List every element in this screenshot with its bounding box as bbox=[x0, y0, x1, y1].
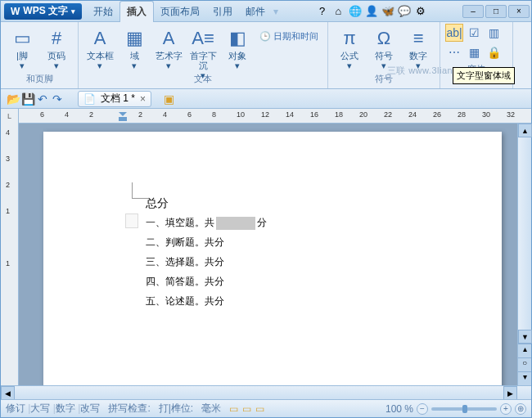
app-menu-drop-icon[interactable]: ▾ bbox=[71, 7, 75, 16]
app-badge[interactable]: W WPS 文字 ▾ bbox=[4, 3, 82, 20]
close-tab-icon[interactable]: × bbox=[140, 93, 146, 105]
ruler-tick: 22 bbox=[384, 110, 392, 119]
page-view-icon[interactable]: ▭ bbox=[229, 403, 242, 415]
document-tab[interactable]: 📄 文档 1 * × bbox=[78, 91, 151, 107]
textbox-button[interactable]: A文本框▾ bbox=[83, 24, 116, 71]
menu-tab-插入[interactable]: 插入 bbox=[119, 1, 154, 22]
pagenum-button[interactable]: #页码▾ bbox=[40, 24, 73, 71]
butterfly-icon[interactable]: 🦋 bbox=[381, 5, 394, 18]
scroll-up-button[interactable]: ▲ bbox=[518, 124, 532, 137]
horizontal-ruler[interactable]: L 6422468101214161820222426283032 bbox=[1, 109, 531, 124]
field-button[interactable]: ▦域▾ bbox=[118, 24, 151, 71]
page[interactable]: 总分一、填空题。共分二、判断题。共分三、选择题。共分四、简答题。共分五、论述题。… bbox=[43, 132, 502, 385]
vertical-ruler[interactable]: 43211 bbox=[1, 124, 19, 385]
scroll-track-h[interactable] bbox=[15, 386, 503, 399]
zoom-in-button[interactable]: + bbox=[500, 403, 512, 415]
text-line[interactable]: 一、填空题。共分 bbox=[146, 213, 267, 232]
symbol-button[interactable]: Ω符号▾ bbox=[367, 24, 400, 71]
group-title: 和页脚 bbox=[26, 73, 53, 85]
field-icon: ▦ bbox=[123, 28, 146, 49]
home-icon[interactable]: ⌂ bbox=[332, 5, 345, 18]
form-options-button[interactable]: ⋯ bbox=[445, 43, 463, 61]
ruler-tick: 28 bbox=[458, 110, 466, 119]
text-form-field-button[interactable]: ab| bbox=[445, 24, 463, 42]
zoom-fit-button[interactable]: ⊕ bbox=[515, 403, 526, 415]
web-view-icon[interactable]: ▭ bbox=[255, 403, 268, 415]
next-page-button[interactable]: ▾ bbox=[518, 371, 531, 385]
svg-marker-0 bbox=[119, 112, 127, 116]
group-title: 文本 bbox=[194, 73, 212, 85]
menu-tab-开始[interactable]: 开始 bbox=[87, 2, 119, 22]
document-viewport[interactable]: 总分一、填空题。共分二、判断题。共分三、选择题。共分四、简答题。共分五、论述题。… bbox=[19, 124, 517, 385]
status-bar: 修订 |大写 |数字 |改写 拼写检查: 打|榫位: 毫米 ▭▭▭ 100 % … bbox=[1, 399, 531, 417]
spellcheck-label[interactable]: 拼写检查: bbox=[108, 402, 150, 416]
number-button[interactable]: ≡数字▾ bbox=[402, 24, 435, 71]
scroll-down-button[interactable]: ▼ bbox=[518, 330, 532, 344]
app-name: WPS 文字 bbox=[23, 4, 68, 18]
lock-form-button[interactable]: 🔒 bbox=[485, 43, 503, 61]
ruler-tick: 24 bbox=[408, 110, 417, 119]
scroll-right-button[interactable]: ▶ bbox=[503, 386, 517, 400]
datetime-button[interactable]: 🕒 日期和时间 bbox=[255, 27, 322, 45]
checkbox-form-button[interactable]: ☑ bbox=[465, 24, 483, 42]
redo-icon[interactable]: ↷ bbox=[50, 92, 65, 106]
prev-page-button[interactable]: ▴ bbox=[518, 344, 531, 357]
unit-label[interactable]: 毫米 bbox=[201, 402, 221, 416]
scroll-track[interactable] bbox=[518, 137, 531, 330]
status-数字[interactable]: 数字 bbox=[56, 402, 75, 414]
app-icon: W bbox=[11, 6, 20, 17]
ruler-tick: 20 bbox=[359, 110, 367, 119]
vertical-scrollbar[interactable]: ▲ ▼ ▴ ○ ▾ bbox=[517, 124, 531, 385]
close-button[interactable]: × bbox=[508, 5, 530, 18]
chat-icon[interactable]: 💬 bbox=[398, 5, 411, 18]
form-field[interactable] bbox=[216, 217, 255, 230]
browse-object-button[interactable]: ○ bbox=[518, 357, 531, 371]
zoom-value[interactable]: 100 % bbox=[385, 403, 413, 415]
ruler-tick: 1 bbox=[6, 207, 10, 215]
globe-icon[interactable]: 🌐 bbox=[349, 5, 362, 18]
footer-button[interactable]: ▭|脚▾ bbox=[6, 24, 38, 71]
text-line[interactable]: 三、选择题。共分 bbox=[146, 252, 267, 272]
tab-overflow-icon[interactable]: ▾ bbox=[273, 6, 278, 17]
ruler-tick: 10 bbox=[237, 110, 245, 119]
scroll-left-button[interactable]: ◀ bbox=[1, 386, 15, 400]
dropcap-button[interactable]: A≡首字下沉▾ bbox=[187, 24, 219, 71]
text-line[interactable]: 二、判断题。共分 bbox=[146, 232, 267, 252]
document-content[interactable]: 总分一、填空题。共分二、判断题。共分三、选择题。共分四、简答题。共分五、论述题。… bbox=[146, 193, 267, 311]
new-tab-button[interactable]: ▣ bbox=[161, 92, 176, 106]
object-button[interactable]: ◧对象▾ bbox=[221, 24, 254, 71]
menu-tab-邮件[interactable]: 邮件 bbox=[239, 2, 272, 22]
help-icon[interactable]: ? bbox=[316, 5, 329, 18]
user-icon[interactable]: 👤 bbox=[365, 5, 378, 18]
text-line[interactable]: 四、简答题。共分 bbox=[146, 272, 267, 291]
ribbon: 三联 www.3lian.com ▭|脚▾#页码▾和页脚A文本框▾▦域▾A艺术字… bbox=[1, 22, 531, 89]
text-line[interactable]: 总分 bbox=[146, 193, 267, 213]
indent-marker-icon[interactable] bbox=[119, 109, 127, 122]
ruler-tick: 14 bbox=[286, 110, 294, 119]
save-icon[interactable]: 💾 bbox=[20, 92, 35, 106]
outline-view-icon[interactable]: ▭ bbox=[242, 403, 255, 415]
ruler-corner[interactable]: L bbox=[1, 109, 19, 124]
minimize-button[interactable]: – bbox=[462, 5, 484, 18]
footer-icon: ▭ bbox=[11, 28, 34, 49]
undo-icon[interactable]: ↶ bbox=[35, 92, 50, 106]
horizontal-scrollbar[interactable]: ◀ ▶ bbox=[1, 385, 531, 399]
equation-button[interactable]: π公式▾ bbox=[333, 24, 366, 71]
maximize-button[interactable]: □ bbox=[485, 5, 507, 18]
tab-pos-label[interactable]: 打|榫位: bbox=[159, 402, 193, 416]
menu-tab-引用[interactable]: 引用 bbox=[206, 2, 239, 22]
zoom-out-button[interactable]: − bbox=[417, 403, 428, 415]
open-icon[interactable]: 📂 bbox=[6, 92, 20, 106]
wordart-button[interactable]: A艺术字▾ bbox=[152, 24, 185, 71]
shade-form-button[interactable]: ▦ bbox=[465, 43, 483, 61]
zoom-slider[interactable] bbox=[431, 407, 497, 411]
dropdown-form-button[interactable]: ▥ bbox=[485, 24, 503, 42]
ruler-tick: 4 bbox=[163, 110, 167, 119]
settings-icon[interactable]: ⚙ bbox=[414, 5, 427, 18]
workspace: L 6422468101214161820222426283032 43211 … bbox=[1, 109, 531, 399]
status-大写[interactable]: 大写 bbox=[30, 402, 50, 414]
text-line[interactable]: 五、论述题。共分 bbox=[146, 291, 267, 311]
status-修订[interactable]: 修订 bbox=[6, 402, 25, 414]
menu-tab-页面布局[interactable]: 页面布局 bbox=[154, 2, 206, 22]
status-改写[interactable]: 改写 bbox=[80, 402, 100, 414]
